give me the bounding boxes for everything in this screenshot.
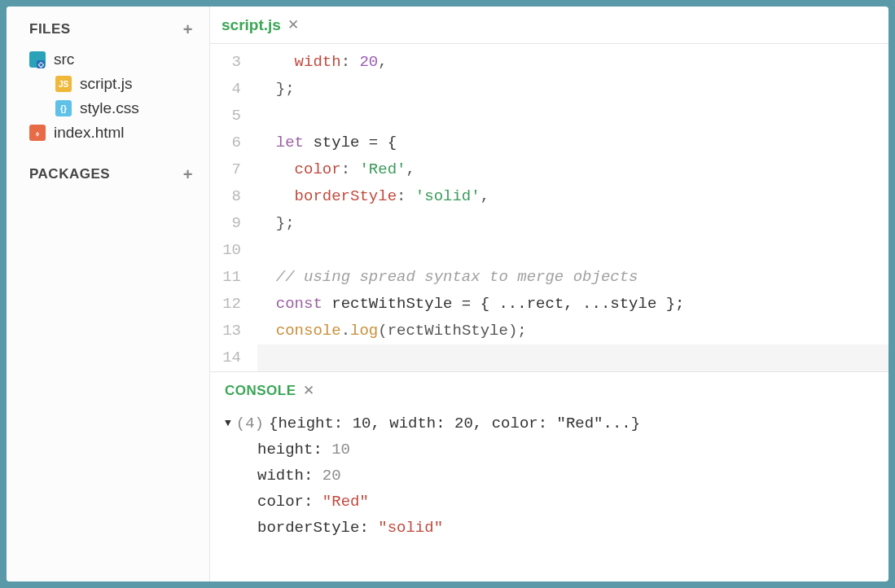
object-preview: {height: 10, width: 20, color: "Red"...} bbox=[269, 410, 640, 437]
css-icon: {} bbox=[55, 100, 72, 116]
html-icon: ⬨ bbox=[29, 125, 46, 141]
packages-label: PACKAGES bbox=[29, 166, 110, 182]
console-object-entries: height: 10width: 20color: "Red"borderSty… bbox=[225, 437, 874, 541]
add-file-icon[interactable]: + bbox=[183, 21, 193, 37]
close-icon[interactable]: ✕ bbox=[287, 16, 299, 33]
folder-src[interactable]: src bbox=[7, 47, 209, 72]
file-label: index.html bbox=[54, 124, 125, 142]
file-tree: src JS script.js {} style.css ⬨ index.ht… bbox=[7, 44, 209, 160]
file-index-html[interactable]: ⬨ index.html bbox=[7, 121, 209, 145]
folder-label: src bbox=[54, 50, 74, 68]
code-content[interactable]: width: 20, }; let style = { color: 'Red'… bbox=[257, 49, 888, 371]
code-editor[interactable]: 34567891011121314 width: 20, }; let styl… bbox=[210, 44, 888, 371]
caret-down-icon[interactable]: ▼ bbox=[225, 410, 231, 437]
packages-section-header: PACKAGES + bbox=[7, 160, 209, 189]
add-package-icon[interactable]: + bbox=[183, 166, 193, 182]
close-icon[interactable]: ✕ bbox=[303, 382, 314, 399]
file-style-css[interactable]: {} style.css bbox=[7, 96, 209, 121]
main-area: script.js ✕ 34567891011121314 width: 20,… bbox=[210, 7, 888, 581]
files-label: FILES bbox=[29, 21, 71, 37]
console-header: CONSOLE ✕ bbox=[210, 372, 888, 407]
console-title: CONSOLE bbox=[225, 383, 296, 399]
file-script-js[interactable]: JS script.js bbox=[7, 72, 209, 96]
line-number-gutter: 34567891011121314 bbox=[210, 49, 257, 371]
file-label: script.js bbox=[80, 75, 132, 93]
console-panel: CONSOLE ✕ ▼ (4) {height: 10, width: 20, … bbox=[210, 371, 888, 581]
app-window: FILES + src JS script.js {} style.css ⬨ … bbox=[7, 7, 888, 581]
console-object-summary[interactable]: ▼ (4) {height: 10, width: 20, color: "Re… bbox=[225, 410, 874, 437]
tab-bar: script.js ✕ bbox=[210, 7, 888, 44]
console-output[interactable]: ▼ (4) {height: 10, width: 20, color: "Re… bbox=[210, 407, 888, 549]
tab-script-js[interactable]: script.js ✕ bbox=[222, 16, 299, 34]
file-label: style.css bbox=[80, 99, 139, 117]
tab-label: script.js bbox=[222, 16, 281, 34]
sidebar: FILES + src JS script.js {} style.css ⬨ … bbox=[7, 7, 210, 581]
files-section-header: FILES + bbox=[7, 15, 209, 44]
object-count: (4) bbox=[236, 410, 264, 437]
folder-icon bbox=[29, 51, 46, 68]
js-icon: JS bbox=[55, 76, 72, 92]
